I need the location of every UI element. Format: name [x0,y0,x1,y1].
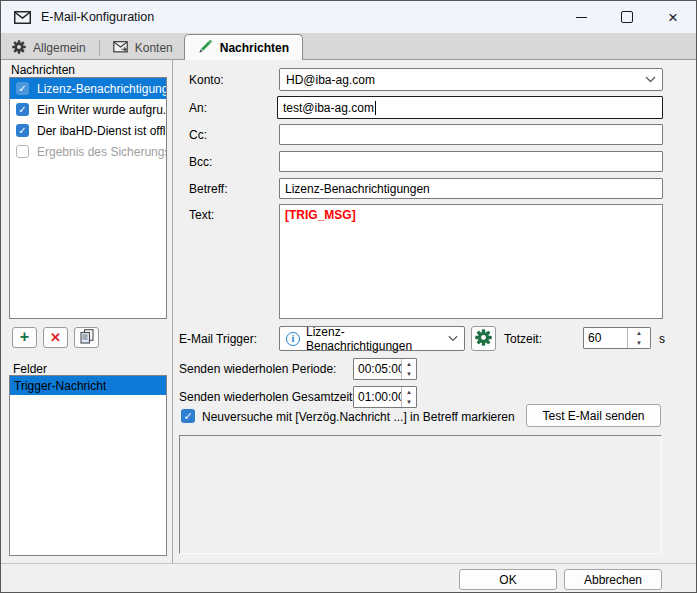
totzeit-unit: s [659,332,665,346]
list-item-sicherung[interactable]: Ergebnis des Sicherungs... [10,141,166,162]
tab-allgemein[interactable]: Allgemein [1,37,97,59]
checkbox-unchecked-icon[interactable] [16,145,29,158]
list-item-label: Trigger-Nachricht [14,379,106,393]
spin-down-icon[interactable]: ▼ [402,369,416,379]
close-icon: × [668,9,678,26]
text-cursor [375,101,376,115]
gesamtzeit-value: 01:00:00 [354,387,401,407]
felder-list: Trigger-Nachricht [9,375,167,556]
delete-icon: ✕ [50,331,61,344]
nachrichten-list: ✓ Lizenz-Benachrichtigungen ✓ Ein Writer… [9,77,167,319]
totzeit-value: 60 [584,328,627,348]
tab-bar: Allgemein Konten Nachrichten [1,33,696,60]
test-email-button-label: Test E-Mail senden [542,409,644,423]
text-label: Text: [189,208,214,222]
gear-icon [475,329,492,349]
list-item-lizenz[interactable]: ✓ Lizenz-Benachrichtigungen [10,78,166,99]
footer-divider [1,563,697,564]
panel-divider [172,59,173,563]
window-title: E-Mail-Konfiguration [41,10,154,24]
copy-message-button[interactable] [74,327,99,348]
plus-icon: + [20,329,29,345]
info-icon: i [286,332,300,346]
list-item-label: Ergebnis des Sicherungs... [37,145,166,159]
list-item-label: Der ibaHD-Dienst ist offli... [37,124,166,138]
an-label: An: [189,101,207,115]
konto-value: HD@iba-ag.com [286,73,375,87]
tab-separator [99,40,100,56]
chevron-down-icon [448,335,458,342]
mail-account-icon [113,41,128,56]
check-icon: ✓ [183,411,192,422]
bcc-label: Bcc: [189,155,212,169]
list-item-dienst[interactable]: ✓ Der ibaHD-Dienst ist offli... [10,120,166,141]
ok-button[interactable]: OK [459,569,557,590]
gesamtzeit-label: Senden wiederholen Gesamtzeit: [179,390,356,404]
tab-konten[interactable]: Konten [102,37,184,59]
minimize-icon [576,17,587,18]
gear-icon [12,40,26,57]
totzeit-label: Totzeit: [504,332,542,346]
neuversuche-label: Neuversuche mit [Verzög.Nachricht ...] i… [202,410,515,424]
add-message-button[interactable]: + [12,327,37,348]
text-body-input[interactable]: [TRIG_MSG] [279,204,663,319]
list-item-label: Lizenz-Benachrichtigungen [37,82,166,96]
neuversuche-checkbox[interactable]: ✓ [181,409,195,423]
periode-value: 00:05:00 [354,359,401,379]
konto-label: Konto: [189,73,224,87]
email-config-window: E-Mail-Konfiguration × Allgemein Konten … [0,0,697,593]
nachrichten-list-label: Nachrichten [11,63,75,77]
close-button[interactable]: × [650,1,696,33]
trig-msg-placeholder: [TRIG_MSG] [285,208,356,222]
tab-konten-label: Konten [135,41,173,55]
periode-stepper[interactable]: 00:05:00 ▲ ▼ [353,358,417,380]
gesamtzeit-stepper[interactable]: 01:00:00 ▲ ▼ [353,386,417,408]
an-input[interactable]: test@iba-ag.com [277,96,663,119]
an-value: test@iba-ag.com [283,101,374,115]
spin-up-icon[interactable]: ▲ [402,387,416,397]
spin-up-icon[interactable]: ▲ [402,359,416,369]
tab-nachrichten[interactable]: Nachrichten [184,34,303,60]
tab-nachrichten-label: Nachrichten [220,41,289,55]
ok-button-label: OK [499,573,516,587]
cc-label: Cc: [189,128,207,142]
konto-select[interactable]: HD@iba-ag.com [279,68,663,91]
spin-down-icon[interactable]: ▼ [402,397,416,407]
copy-icon [80,329,94,347]
felder-list-label: Felder [13,362,47,376]
envelope-icon [14,11,31,24]
spin-down-icon[interactable]: ▼ [628,338,650,348]
checkbox-checked-icon[interactable]: ✓ [16,82,29,95]
minimize-button[interactable] [558,1,604,33]
betreff-value: Lizenz-Benachrichtigungen [285,182,430,196]
trigger-label: E-Mail Trigger: [179,332,257,346]
maximize-button[interactable] [604,1,650,33]
betreff-input[interactable]: Lizenz-Benachrichtigungen [279,178,663,199]
trigger-select[interactable]: i Lizenz-Benachrichtigungen [279,326,465,351]
checkbox-checked-icon[interactable]: ✓ [16,124,29,137]
list-item-writer[interactable]: ✓ Ein Writer wurde aufgru... [10,99,166,120]
maximize-icon [621,11,633,23]
trigger-value: Lizenz-Benachrichtigungen [306,325,442,353]
status-log-box [179,435,662,554]
cancel-button-label: Abbrechen [584,573,642,587]
betreff-label: Betreff: [189,182,227,196]
trigger-settings-button[interactable] [471,326,496,351]
list-item-label: Ein Writer wurde aufgru... [37,103,166,117]
cancel-button[interactable]: Abbrechen [564,569,662,590]
spin-up-icon[interactable]: ▲ [628,328,650,338]
test-email-button[interactable]: Test E-Mail senden [526,404,661,427]
pencil-icon [198,39,213,57]
bcc-input[interactable] [279,151,663,172]
delete-message-button[interactable]: ✕ [43,327,68,348]
titlebar: E-Mail-Konfiguration × [1,1,696,33]
chevron-down-icon [645,76,656,83]
totzeit-stepper[interactable]: 60 ▲ ▼ [583,327,651,349]
checkbox-checked-icon[interactable]: ✓ [16,103,29,116]
list-item-trigger-nachricht[interactable]: Trigger-Nachricht [10,376,166,395]
tab-allgemein-label: Allgemein [33,41,86,55]
cc-input[interactable] [279,124,663,145]
periode-label: Senden wiederholen Periode: [179,362,336,376]
